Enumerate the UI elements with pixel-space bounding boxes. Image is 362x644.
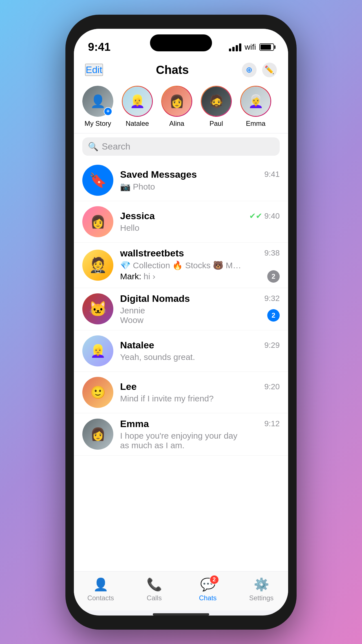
- contacts-icon-wrap: 👤: [93, 577, 109, 592]
- story-name-alina: Alina: [169, 120, 184, 128]
- jessica-time: 9:40: [264, 212, 280, 221]
- wallstreetbets-info: wallstreetbets 9:38 💎 Collection 🔥 Stock…: [120, 248, 280, 283]
- search-icon: 🔍: [88, 142, 98, 151]
- home-indicator: [153, 613, 209, 616]
- saved-messages-preview: 📷 Photo: [120, 182, 155, 191]
- emma-avatar: 👩: [82, 419, 113, 450]
- paul-story-avatar-wrap: 🧔: [201, 86, 232, 117]
- page-title: Chats: [156, 63, 189, 77]
- contacts-label: Contacts: [87, 594, 114, 602]
- chat-item-natalee[interactable]: 👱‍♀️ Natalee 9:29 Yeah, sounds great.: [74, 330, 288, 372]
- jessica-name: Jessica: [120, 210, 155, 221]
- battery-icon: [259, 43, 274, 51]
- saved-messages-time: 9:41: [264, 170, 280, 179]
- lee-preview: Mind if I invite my friend?: [120, 394, 214, 403]
- digital-nomads-sender: Jennie: [120, 306, 145, 315]
- settings-label: Settings: [249, 594, 274, 602]
- story-item-my-story[interactable]: 👤 + My Story: [82, 86, 113, 128]
- tab-contacts[interactable]: 👤 Contacts: [81, 577, 120, 602]
- saved-messages-name: Saved Messages: [120, 169, 197, 180]
- chats-badge: 2: [209, 575, 219, 584]
- natalee-avatar: 👱‍♀️: [82, 335, 113, 366]
- emma-preview: I hope you're enjoying your day as much …: [120, 431, 241, 450]
- wallstreetbets-preview-row: 💎 Collection 🔥 Stocks 🐻 Memes...: [120, 260, 280, 270]
- edit-button[interactable]: Edit: [85, 64, 103, 76]
- bottom-tabs: 👤 Contacts 📞 Calls 💬 2 Chats ⚙️: [74, 571, 288, 610]
- natalee-story-avatar: 👱‍♀️: [122, 86, 153, 117]
- emma-time: 9:12: [264, 419, 280, 428]
- status-time: 9:41: [88, 41, 111, 53]
- phone-screen: 9:41 wifi Edit Chats ⊕ ✏️: [74, 29, 288, 616]
- paul-story-avatar: 🧔: [201, 86, 232, 117]
- digital-nomads-message: Woow: [120, 315, 145, 325]
- signal-bars-icon: [229, 43, 241, 51]
- natalee-name: Natalee: [120, 340, 154, 351]
- story-item-paul[interactable]: 🧔 Paul: [201, 86, 232, 128]
- natalee-story-avatar-wrap: 👱‍♀️: [122, 86, 153, 117]
- chat-item-wallstreetbets[interactable]: 🤵 wallstreetbets 9:38 💎 Collection 🔥 Sto…: [74, 243, 288, 288]
- digital-nomads-time: 9:32: [264, 294, 280, 303]
- jessica-avatar: 👩: [82, 206, 113, 237]
- story-name-emma: Emma: [246, 120, 265, 128]
- settings-icon-wrap: ⚙️: [254, 577, 269, 592]
- saved-messages-avatar: 🔖: [82, 165, 113, 196]
- alina-story-avatar-wrap: 👩: [161, 86, 192, 117]
- chat-item-saved-messages[interactable]: 🔖 Saved Messages 9:41 📷 Photo: [74, 160, 288, 201]
- stories-row: 👤 + My Story 👱‍♀️ Natalee 👩: [74, 80, 288, 133]
- digital-nomads-badge: 2: [267, 309, 280, 322]
- status-icons: wifi: [229, 43, 274, 52]
- compose-button[interactable]: ✏️: [262, 63, 277, 77]
- lee-info: Lee 9:20 Mind if I invite my friend?: [120, 381, 280, 403]
- saved-messages-info: Saved Messages 9:41 📷 Photo: [120, 169, 280, 192]
- tab-settings[interactable]: ⚙️ Settings: [242, 577, 281, 602]
- emma-story-avatar-wrap: 👩‍🦳: [240, 86, 271, 117]
- natalee-preview: Yeah, sounds great.: [120, 352, 195, 362]
- story-name-paul: Paul: [209, 120, 223, 128]
- my-story-avatar-wrap: 👤 +: [82, 86, 113, 117]
- wallstreetbets-mark-preview: Mark: hi ›: [120, 272, 155, 281]
- chats-label: Chats: [199, 594, 217, 602]
- add-icon: ⊕: [246, 65, 252, 74]
- search-input-wrap[interactable]: 🔍 Search: [82, 137, 280, 156]
- story-item-natalee[interactable]: 👱‍♀️ Natalee: [122, 86, 153, 128]
- settings-icon: ⚙️: [254, 577, 269, 592]
- wallstreetbets-preview: 💎 Collection 🔥 Stocks 🐻 Memes...: [120, 260, 241, 270]
- chats-icon-wrap: 💬 2: [200, 577, 216, 592]
- lee-avatar: 🙂: [82, 377, 113, 408]
- wallstreetbets-avatar: 🤵: [82, 250, 113, 281]
- calls-icon-wrap: 📞: [147, 577, 162, 592]
- double-check-icon: ✔✔: [249, 211, 262, 221]
- dynamic-island: [150, 34, 212, 51]
- story-add-badge: +: [104, 107, 112, 116]
- natalee-time: 9:29: [264, 341, 280, 350]
- jessica-info: Jessica ✔✔ 9:40 Hello: [120, 210, 280, 233]
- tab-calls[interactable]: 📞 Calls: [134, 577, 174, 602]
- nav-actions: ⊕ ✏️: [242, 63, 277, 77]
- story-name-natalee: Natalee: [126, 120, 149, 128]
- tab-chats[interactable]: 💬 2 Chats: [188, 577, 228, 602]
- phone-frame: 9:41 wifi Edit Chats ⊕ ✏️: [65, 15, 297, 630]
- search-input[interactable]: Search: [102, 141, 130, 152]
- mark-label: Mark:: [120, 272, 144, 281]
- lee-time: 9:20: [264, 382, 280, 391]
- chat-item-lee[interactable]: 🙂 Lee 9:20 Mind if I invite my friend?: [74, 372, 288, 413]
- contacts-icon: 👤: [93, 577, 109, 592]
- wallstreetbets-badge: 2: [267, 270, 280, 283]
- chat-item-emma[interactable]: 👩 Emma 9:12 I hope you're enjoying your …: [74, 413, 288, 456]
- chat-item-digital-nomads[interactable]: 🐱 Digital Nomads 9:32 Jennie Woow 2: [74, 288, 288, 330]
- chats-list: 🔖 Saved Messages 9:41 📷 Photo 👩 Jessica: [74, 160, 288, 571]
- story-item-emma-s[interactable]: 👩‍🦳 Emma: [240, 86, 271, 128]
- emma-story-avatar: 👩‍🦳: [240, 86, 271, 117]
- nav-bar: Edit Chats ⊕ ✏️: [74, 60, 288, 80]
- story-item-alina[interactable]: 👩 Alina: [161, 86, 192, 128]
- emma-info: Emma 9:12 I hope you're enjoying your da…: [120, 418, 280, 450]
- alina-story-avatar: 👩: [161, 86, 192, 117]
- digital-nomads-avatar: 🐱: [82, 293, 113, 324]
- digital-nomads-preview-block: Jennie Woow: [120, 306, 145, 325]
- calls-icon: 📞: [147, 577, 162, 592]
- add-contact-button[interactable]: ⊕: [242, 63, 257, 77]
- natalee-info: Natalee 9:29 Yeah, sounds great.: [120, 340, 280, 362]
- wallstreetbets-name: wallstreetbets: [120, 248, 184, 259]
- chat-item-jessica[interactable]: 👩 Jessica ✔✔ 9:40 Hello: [74, 201, 288, 243]
- digital-nomads-info: Digital Nomads 9:32 Jennie Woow 2: [120, 293, 280, 325]
